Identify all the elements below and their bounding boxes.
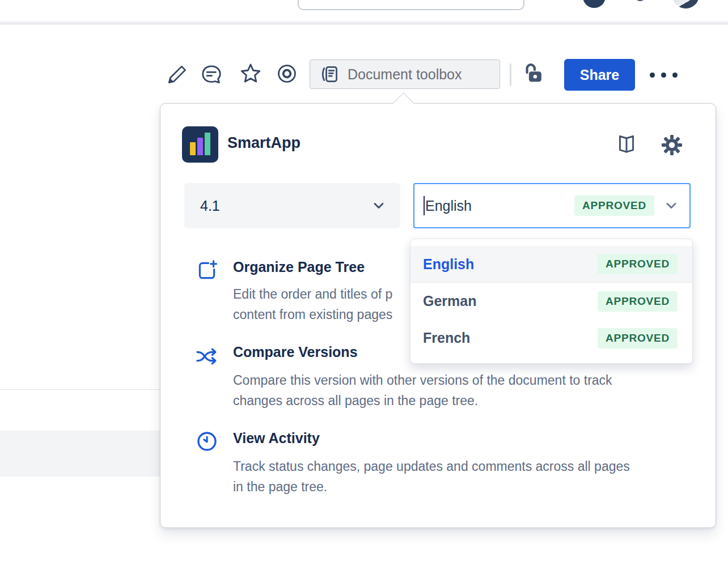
document-toolbox-icon — [320, 64, 341, 84]
language-option-english[interactable]: English APPROVED — [410, 246, 692, 283]
version-select[interactable]: 4.1 — [184, 183, 400, 228]
language-combobox[interactable]: English APPROVED — [413, 183, 691, 228]
shuffle-arrows-icon — [194, 344, 217, 367]
documentation-book-icon[interactable] — [614, 132, 639, 157]
compare-versions-description: Compare this version with other versions… — [233, 370, 612, 411]
avatar[interactable] — [583, 0, 606, 8]
edit-pencil-icon[interactable] — [166, 62, 189, 86]
text-cursor — [424, 196, 425, 215]
page: Document toolbox Share SmartApp — [0, 0, 728, 570]
language-option-label: French — [423, 330, 470, 346]
unlock-icon[interactable] — [522, 61, 545, 85]
favorite-star-icon[interactable] — [239, 62, 263, 86]
logo-bar — [197, 138, 203, 155]
chevron-down-icon — [371, 198, 387, 214]
compare-versions-title[interactable]: Compare Versions — [233, 344, 358, 360]
avatar[interactable] — [672, 0, 699, 8]
app-title: SmartApp — [227, 134, 300, 152]
view-activity-description: Track status changes, page updates and c… — [233, 456, 630, 497]
language-menu: English APPROVED German APPROVED French … — [410, 239, 693, 364]
logo-bar — [190, 142, 196, 155]
status-badge: APPROVED — [598, 291, 678, 312]
document-toolbox-label: Document toolbox — [348, 66, 462, 83]
more-actions-button[interactable] — [650, 70, 684, 79]
search-input[interactable] — [298, 0, 524, 10]
organize-page-tree-description: Edit the order and titles of p content f… — [233, 284, 392, 325]
page-add-icon — [196, 259, 218, 282]
logo-bar — [205, 133, 210, 155]
help-icon[interactable] — [634, 0, 646, 1]
dot — [650, 73, 655, 78]
language-option-label: English — [423, 256, 474, 273]
popup-caret — [392, 92, 414, 114]
share-button[interactable]: Share — [564, 59, 635, 91]
status-badge: APPROVED — [598, 254, 678, 274]
watch-icon[interactable] — [275, 62, 299, 86]
language-option-german[interactable]: German APPROVED — [410, 283, 692, 320]
status-badge: APPROVED — [574, 195, 654, 216]
language-combobox-value: English — [425, 198, 574, 214]
table-row-band — [0, 431, 166, 477]
comments-icon[interactable] — [200, 62, 223, 86]
chevron-down-icon — [663, 198, 679, 214]
header-divider — [0, 21, 728, 24]
document-toolbox-button[interactable]: Document toolbox — [310, 59, 500, 89]
content-divider — [0, 389, 166, 390]
language-option-label: German — [423, 293, 476, 309]
version-select-value: 4.1 — [200, 198, 220, 214]
view-activity-title[interactable]: View Activity — [233, 430, 320, 446]
toolbar-divider — [510, 63, 511, 86]
organize-page-tree-title[interactable]: Organize Page Tree — [233, 259, 365, 275]
status-badge: APPROVED — [598, 328, 678, 348]
document-toolbox-popup: SmartApp — [160, 103, 716, 528]
clock-icon — [196, 430, 218, 453]
dot — [661, 73, 666, 78]
dot — [672, 73, 678, 78]
smartapp-logo — [182, 126, 218, 163]
language-option-french[interactable]: French APPROVED — [410, 320, 692, 356]
settings-gear-icon[interactable] — [659, 133, 684, 158]
